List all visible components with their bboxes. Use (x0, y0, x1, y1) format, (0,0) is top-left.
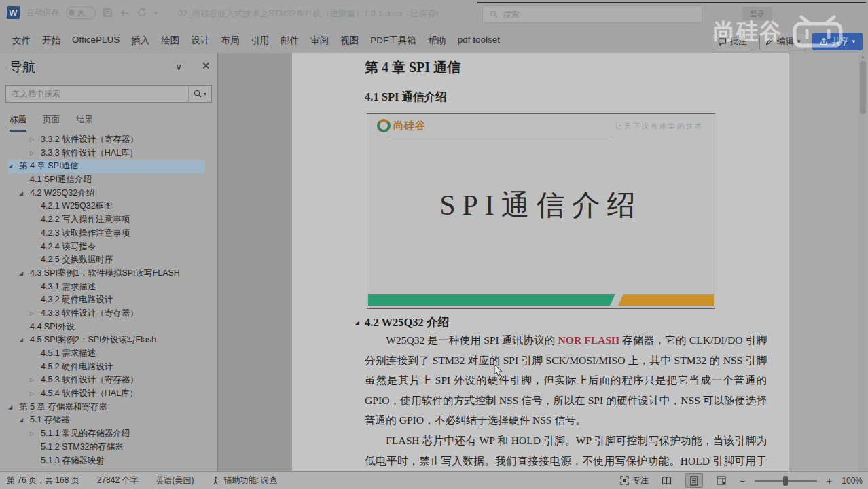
zoom-slider-thumb[interactable] (783, 476, 788, 486)
paragraph-1[interactable]: W25Q32 是一种使用 SPI 通讯协议的 NOR FLASH 存储器，它的 … (365, 330, 767, 431)
nav-tree-item[interactable]: 4.2.2 写入操作注意事项 (8, 213, 205, 227)
nav-tree-item[interactable]: 第 4 章 SPI通信 (8, 160, 205, 173)
nav-pane-chevron-icon[interactable]: ∨ (175, 61, 182, 72)
paragraph-2[interactable]: FLASH 芯片中还有 WP 和 HOLD 引脚。WP 引脚可控制写保护功能，当… (365, 431, 767, 471)
section-heading-4-2[interactable]: 4.2 W25Q32 介绍 (365, 315, 449, 330)
titlebar-search-box[interactable]: 搜索 (482, 5, 702, 23)
ribbon-tab[interactable]: 邮件 (281, 35, 299, 47)
expand-arrow-icon[interactable] (30, 387, 41, 401)
document-page[interactable]: 第 4 章 SPI 通信 4.1 SPI 通信介绍 尚硅谷 让天下没有难学的技术… (292, 53, 789, 472)
nav-tree-item[interactable]: 4.5.4 软件设计（HAL库） (8, 387, 205, 401)
nav-tab[interactable]: 结果 (76, 114, 93, 132)
document-title: 02_尚硅谷嵌入式技术之STM32单片机（进阶篇）1.0.1.docx - 已保… (178, 8, 436, 20)
nav-tree-item[interactable]: 4.5 SPI案例2：SPI外设读写Flash (8, 333, 205, 347)
heading-collapse-icon[interactable]: ◢ (355, 319, 359, 326)
nav-tree-item[interactable]: 3.3.2 软件设计（寄存器） (8, 133, 205, 147)
section-heading-4-1[interactable]: 4.1 SPI 通信介绍 (365, 90, 447, 105)
web-layout-button[interactable] (712, 473, 730, 488)
page-number-status[interactable]: 第 76 页，共 168 页 (7, 475, 79, 486)
signin-button[interactable]: 登录 (742, 7, 772, 20)
save-button[interactable] (103, 7, 113, 18)
ribbon-tab[interactable]: 绘图 (161, 35, 179, 47)
ribbon-tab[interactable]: 引用 (251, 35, 269, 47)
zoom-level[interactable]: 100% (842, 476, 863, 486)
nav-tree-item[interactable]: 4.3.2 硬件电路设计 (8, 293, 205, 307)
expand-arrow-icon[interactable] (30, 374, 41, 387)
zoom-out-button[interactable]: − (740, 475, 745, 486)
expand-arrow-icon[interactable] (19, 267, 30, 280)
nav-tree-item[interactable]: 4.3.3 软件设计（寄存器） (8, 307, 205, 321)
customize-qat-chevron-icon[interactable]: ▾ (154, 10, 158, 16)
ribbon-tab[interactable]: 布局 (221, 35, 239, 47)
scroll-up-arrow-icon[interactable]: ▲ (861, 54, 865, 59)
nav-search-button[interactable]: ▾ (188, 86, 211, 102)
nav-tree-item[interactable]: 第 5 章 存储器和寄存器 (8, 401, 205, 414)
ribbon-tab[interactable]: 帮助 (428, 35, 446, 47)
nav-tree-item[interactable]: 5.1.1 常见的存储器介绍 (8, 427, 205, 441)
redo-button[interactable] (137, 7, 147, 18)
autosave-toggle[interactable]: 关 (66, 7, 96, 19)
ribbon-tab[interactable]: 插入 (131, 35, 149, 47)
ribbon-tab[interactable]: 审阅 (310, 35, 329, 47)
expand-arrow-icon[interactable] (30, 133, 41, 147)
nav-tree-item[interactable]: 4.2.1 W25Q32框图 (8, 200, 205, 213)
nav-tree-item[interactable]: 5.1.2 STM32的存储器 (8, 441, 205, 454)
nav-tree-item[interactable]: 4.5.2 硬件电路设计 (8, 361, 205, 374)
nav-tab[interactable]: 页面 (43, 114, 60, 132)
expand-arrow-icon[interactable] (19, 414, 30, 427)
title-chevron-icon[interactable]: ∨ (435, 9, 439, 16)
chapter-heading[interactable]: 第 4 章 SPI 通信 (365, 58, 460, 77)
nav-tree-item[interactable]: 5.1.3 存储器映射 (8, 454, 205, 468)
chevron-down-icon: ▾ (797, 38, 801, 45)
zoom-slider[interactable] (755, 480, 817, 482)
nav-tree-item[interactable]: 4.1 SPI通信介绍 (8, 173, 205, 187)
nav-tree-item[interactable]: 4.5.1 需求描述 (8, 347, 205, 361)
focus-mode-button[interactable]: 专注 (620, 475, 649, 486)
embedded-slide-image[interactable]: 尚硅谷 让天下没有难学的技术 SPI通信介绍 (367, 113, 715, 309)
nav-item-label: 3.3.3 软件设计（HAL库） (41, 147, 138, 160)
nav-tree-item[interactable]: 4.3.1 需求描述 (8, 280, 205, 294)
undo-button[interactable] (120, 8, 130, 18)
read-mode-button[interactable] (658, 473, 676, 488)
search-icon (490, 10, 498, 18)
nav-tree-item[interactable]: 4.2.3 读取操作注意事项 (8, 227, 205, 240)
ribbon-tab[interactable]: 视图 (340, 35, 359, 47)
ribbon-tab[interactable]: OfficePLUS (72, 35, 120, 47)
nav-tree-item[interactable]: 4.2.5 交换数据时序 (8, 253, 205, 267)
scrollbar-thumb[interactable] (860, 61, 866, 114)
comments-button[interactable]: 批注 (712, 33, 753, 50)
expand-arrow-icon[interactable] (30, 307, 41, 321)
body-text[interactable]: W25Q32 是一种使用 SPI 通讯协议的 NOR FLASH 存储器，它的 … (365, 330, 767, 471)
print-layout-button[interactable] (685, 473, 703, 488)
ribbon-tab[interactable]: pdf toolset (458, 35, 500, 47)
nav-tree-item[interactable]: 4.5.3 软件设计（寄存器） (8, 374, 205, 387)
ribbon-tab[interactable]: 开始 (42, 35, 60, 47)
word-app-icon[interactable]: W (7, 6, 20, 19)
share-button[interactable]: 共享 ▾ (812, 33, 863, 50)
slide-brand-logo: 尚硅谷 (377, 119, 426, 132)
nav-tree-item[interactable]: 4.3 SPI案例1：软件模拟SPI读写FLASH (8, 267, 205, 280)
expand-arrow-icon[interactable] (8, 401, 19, 414)
expand-arrow-icon[interactable] (19, 333, 30, 347)
word-count-status[interactable]: 27842 个字 (97, 475, 139, 486)
accessibility-status[interactable]: 辅助功能: 调查 (211, 475, 277, 486)
editing-button[interactable]: 编辑 ▾ (759, 33, 807, 50)
expand-arrow-icon[interactable] (30, 147, 41, 160)
expand-arrow-icon[interactable] (19, 187, 30, 200)
vertical-scrollbar[interactable]: ▲ (858, 53, 867, 472)
language-status[interactable]: 英语(美国) (156, 475, 194, 486)
zoom-in-button[interactable]: + (827, 475, 832, 486)
nav-tree-item[interactable]: 4.2 W25Q32介绍 (8, 187, 205, 200)
nav-tree-item[interactable]: 5.1 存储器 (8, 414, 205, 427)
nav-search-input[interactable] (6, 89, 188, 98)
expand-arrow-icon[interactable] (30, 427, 41, 441)
ribbon-tab[interactable]: 文件 (12, 35, 31, 47)
nav-tree-item[interactable]: 4.2.4 读写指令 (8, 240, 205, 254)
nav-tree-item[interactable]: 3.3.3 软件设计（HAL库） (8, 147, 205, 160)
expand-arrow-icon[interactable] (8, 160, 19, 173)
nav-tab[interactable]: 标题 (10, 114, 26, 132)
ribbon-tab[interactable]: PDF工具箱 (370, 35, 416, 47)
nav-pane-close-icon[interactable]: ✕ (202, 60, 211, 72)
ribbon-tab[interactable]: 设计 (191, 35, 209, 47)
nav-tree-item[interactable]: 4.4 SPI外设 (8, 321, 205, 334)
